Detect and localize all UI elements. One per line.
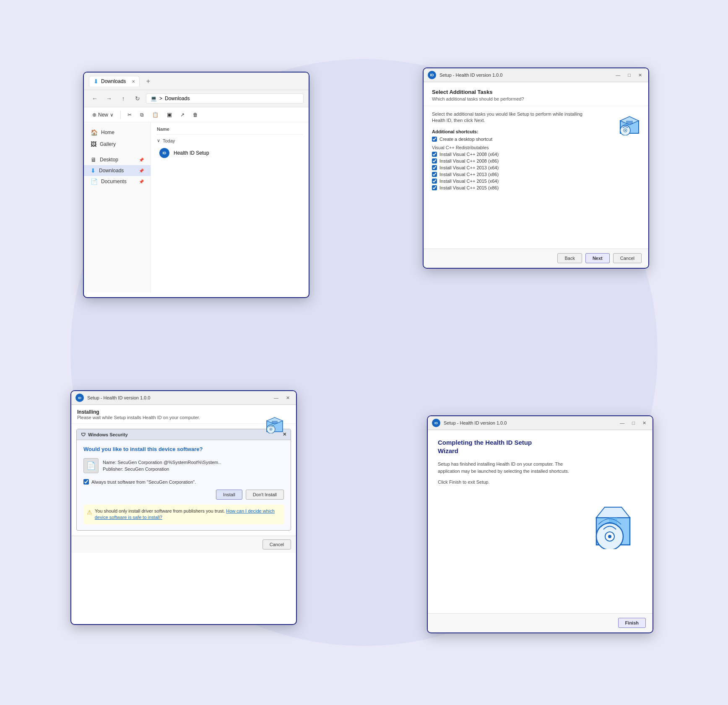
next-button[interactable]: Next — [585, 253, 610, 263]
back-button[interactable]: ← — [89, 93, 101, 104]
explorer-tab-downloads[interactable]: ⬇ Downloads ✕ — [89, 76, 140, 86]
vcpp-section: Visual C++ Redistributables Install Visu… — [432, 145, 640, 190]
sidebar-item-downloads[interactable]: ⬇ Downloads 📌 — [84, 165, 151, 176]
new-label: New — [98, 112, 108, 118]
cut-button[interactable]: ✂ — [124, 110, 135, 119]
finish-close-button[interactable]: ✕ — [640, 420, 648, 427]
finish-button[interactable]: Finish — [618, 618, 646, 628]
finish-setup-logo: ID — [432, 419, 440, 427]
vcpp-checkbox-4[interactable] — [432, 179, 437, 184]
security-cancel-button[interactable]: Cancel — [263, 539, 291, 549]
cancel-button[interactable]: Cancel — [613, 253, 642, 263]
vcpp-checkbox-5[interactable] — [432, 185, 437, 190]
security-dialog-title-text: Windows Security — [88, 432, 128, 437]
svg-point-5 — [625, 130, 626, 131]
downloads-pin-icon: 📌 — [139, 168, 144, 173]
sidebar-downloads-label: Downloads — [99, 168, 124, 174]
new-button[interactable]: ⊕ New ∨ — [89, 110, 117, 119]
finish-instruction: Click Finish to exit Setup. — [438, 480, 575, 485]
vcpp-checkbox-1[interactable] — [432, 158, 437, 163]
sidebar-gallery-label: Gallery — [100, 141, 116, 147]
sidebar-item-documents[interactable]: 📄 Documents 📌 — [84, 176, 151, 187]
close-button[interactable]: ✕ — [636, 72, 644, 79]
security-minimize-button[interactable]: — — [272, 394, 281, 401]
minimize-button[interactable]: — — [614, 72, 622, 78]
finish-description: Setup has finished installing Health ID … — [438, 461, 575, 474]
back-button[interactable]: Back — [557, 253, 582, 263]
sidebar-item-gallery[interactable]: 🖼 Gallery — [84, 138, 151, 150]
documents-pin-icon: 📌 — [139, 179, 144, 184]
setup-select-content: Select the additional tasks you would li… — [424, 106, 648, 249]
address-bar[interactable]: 💻 > Downloads — [146, 93, 304, 104]
finish-box-cd-icon — [588, 495, 638, 549]
rename-button[interactable]: ▣ — [164, 110, 175, 119]
sidebar-item-desktop[interactable]: 🖥 Desktop 📌 — [84, 154, 151, 165]
finish-text-area: Completing the Health ID SetupWizard Set… — [438, 438, 575, 605]
explorer-tab-bar: ⬇ Downloads ✕ + — [84, 73, 309, 90]
file-name-label: Health ID Setup — [174, 150, 209, 156]
sidebar-desktop-label: Desktop — [100, 157, 118, 163]
path-text: Downloads — [165, 96, 190, 101]
svg-rect-2 — [626, 121, 633, 124]
finish-maximize-button[interactable]: □ — [630, 420, 637, 426]
security-close-button[interactable]: ✕ — [284, 394, 292, 402]
delete-button[interactable]: 🗑 — [190, 110, 201, 119]
explorer-content: Name ∨ Today ID Health ID Setup — [151, 122, 309, 293]
back-icon: ← — [92, 95, 98, 102]
new-chevron-icon: ∨ — [110, 112, 114, 118]
file-item-healthid[interactable]: ID Health ID Setup — [157, 146, 303, 160]
installing-title: Installing — [77, 409, 290, 415]
install-button[interactable]: Install — [216, 490, 242, 500]
svg-marker-15 — [596, 507, 630, 518]
setup-select-body: Select Additional Tasks Which additional… — [424, 82, 648, 267]
tab-close-icon[interactable]: ✕ — [132, 79, 135, 84]
security-outer-footer: Cancel — [71, 536, 296, 553]
dont-install-button[interactable]: Don't Install — [246, 490, 284, 500]
trust-checkbox[interactable] — [83, 479, 89, 485]
warning-message: You should only install driver software … — [95, 508, 281, 521]
vcpp-label-0: Install Visual C++ 2008 (x64) — [439, 152, 499, 157]
vcpp-checkbox-item-2: Install Visual C++ 2013 (x64) — [432, 165, 640, 170]
paste-button[interactable]: 📋 — [149, 110, 162, 119]
vcpp-checkbox-0[interactable] — [432, 152, 437, 157]
explorer-nav-bar: ← → ↑ ↻ 💻 > Downloads — [84, 90, 309, 107]
refresh-button[interactable]: ↻ — [132, 93, 143, 104]
finish-body: Completing the Health ID SetupWizard Set… — [428, 430, 653, 632]
svg-rect-8 — [272, 421, 278, 424]
vcpp-checkbox-item-0: Install Visual C++ 2008 (x64) — [432, 152, 640, 157]
windows-security-dialog: 🛡 Windows Security ✕ Would you like to i… — [76, 429, 291, 531]
finish-minimize-button[interactable]: — — [618, 420, 627, 426]
setup-select-footer: Back Next Cancel — [424, 249, 648, 267]
up-button[interactable]: ↑ — [117, 93, 129, 104]
installing-sub: Please wait while Setup installs Health … — [77, 415, 290, 420]
windows-security-titlebar: 🛡 Windows Security ✕ — [77, 429, 291, 440]
finish-content: Completing the Health ID SetupWizard Set… — [428, 430, 653, 613]
security-setup-logo: ID — [75, 394, 84, 402]
copy-button[interactable]: ⧉ — [137, 110, 147, 119]
new-icon: ⊕ — [92, 112, 96, 118]
warning-link[interactable]: How can I decide which device software i… — [95, 508, 275, 520]
sidebar-home-label: Home — [101, 130, 114, 135]
share-button[interactable]: ↗ — [177, 110, 188, 119]
setup-install-box-icon — [617, 110, 642, 135]
vcpp-label-1: Install Visual C++ 2008 (x86) — [439, 158, 499, 163]
setup-select-title: Setup - Health ID version 1.0.0 — [439, 73, 610, 78]
desktop-shortcut-checkbox-item: Create a desktop shortcut — [432, 137, 640, 142]
vcpp-checkbox-2[interactable] — [432, 165, 437, 170]
explorer-tab-label: Downloads — [101, 78, 126, 84]
paste-icon: 📋 — [152, 112, 159, 118]
vcpp-label-5: Install Visual C++ 2015 (x86) — [439, 185, 499, 190]
vcpp-checkbox-3[interactable] — [432, 172, 437, 177]
download-tab-icon: ⬇ — [94, 78, 99, 85]
new-tab-button[interactable]: + — [143, 76, 153, 86]
desktop-shortcut-checkbox[interactable] — [432, 137, 437, 142]
toolbar-separator — [120, 111, 121, 119]
setup-select-titlebar: ID Setup - Health ID version 1.0.0 — □ ✕ — [424, 68, 648, 82]
today-group-label: ∨ Today — [157, 138, 303, 143]
setup-select-header: Select Additional Tasks Which additional… — [424, 82, 648, 106]
sidebar-item-home[interactable]: 🏠 Home — [84, 127, 151, 138]
maximize-button[interactable]: □ — [626, 72, 633, 78]
finish-title-text: Setup - Health ID version 1.0.0 — [444, 420, 614, 425]
svg-point-19 — [608, 535, 611, 538]
forward-button[interactable]: → — [103, 93, 115, 104]
